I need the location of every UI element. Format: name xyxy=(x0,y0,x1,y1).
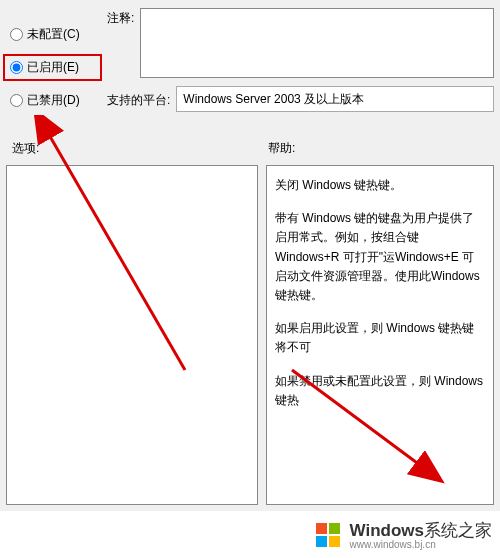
watermark-strip: Windows系统之家 www.windows.bj.cn xyxy=(0,514,500,558)
policy-settings-panel: 未配置(C) 已启用(E) 已禁用(D) 注释: 支持的平台: Windows … xyxy=(0,0,500,511)
comment-textarea[interactable] xyxy=(140,8,494,78)
watermark-url: www.windows.bj.cn xyxy=(350,539,492,550)
radio-enabled-label: 已启用(E) xyxy=(27,59,79,76)
svg-rect-4 xyxy=(316,523,327,534)
radio-disabled-label: 已禁用(D) xyxy=(27,92,80,109)
radio-disabled[interactable]: 已禁用(D) xyxy=(10,92,95,109)
radio-group: 未配置(C) 已启用(E) 已禁用(D) xyxy=(10,8,95,112)
help-box: 关闭 Windows 键热键。 带有 Windows 键的键盘为用户提供了启用常… xyxy=(266,165,494,505)
options-box xyxy=(6,165,258,505)
help-title: 帮助: xyxy=(266,140,494,157)
windows-logo-icon xyxy=(314,520,344,553)
help-p4: 如果禁用或未配置此设置，则 Windows 键热 xyxy=(275,372,485,410)
platform-label: 支持的平台: xyxy=(107,90,170,109)
help-p3: 如果启用此设置，则 Windows 键热键将不可 xyxy=(275,319,485,357)
enabled-highlight-box: 已启用(E) xyxy=(3,54,102,81)
help-column: 帮助: 关闭 Windows 键热键。 带有 Windows 键的键盘为用户提供… xyxy=(266,140,494,505)
help-p2: 带有 Windows 键的键盘为用户提供了启用常式。例如，按组合键 Window… xyxy=(275,209,485,305)
platform-value-box: Windows Server 2003 及以上版本 xyxy=(176,86,494,112)
help-p1: 关闭 Windows 键热键。 xyxy=(275,176,485,195)
radio-disabled-input[interactable] xyxy=(10,94,23,107)
radio-enabled-input[interactable] xyxy=(10,61,23,74)
options-column: 选项: xyxy=(10,140,260,505)
svg-rect-7 xyxy=(329,536,340,547)
watermark-suffix: 系统之家 xyxy=(424,521,492,540)
lower-section: 选项: 帮助: 关闭 Windows 键热键。 带有 Windows 键的键盘为… xyxy=(10,140,494,505)
radio-enabled[interactable]: 已启用(E) xyxy=(10,59,95,76)
radio-not-configured-label: 未配置(C) xyxy=(27,26,80,43)
upper-config-row: 未配置(C) 已启用(E) 已禁用(D) 注释: 支持的平台: Windows … xyxy=(10,8,494,112)
radio-not-configured-input[interactable] xyxy=(10,28,23,41)
comment-row: 注释: xyxy=(107,8,494,78)
right-column: 注释: 支持的平台: Windows Server 2003 及以上版本 xyxy=(107,8,494,112)
watermark-text-group: Windows系统之家 www.windows.bj.cn xyxy=(350,522,492,550)
platform-row: 支持的平台: Windows Server 2003 及以上版本 xyxy=(107,86,494,112)
watermark-brand: Windows xyxy=(350,521,424,540)
svg-rect-6 xyxy=(316,536,327,547)
options-title: 选项: xyxy=(10,140,260,157)
comment-label: 注释: xyxy=(107,8,134,27)
radio-not-configured[interactable]: 未配置(C) xyxy=(10,26,95,43)
svg-rect-5 xyxy=(329,523,340,534)
